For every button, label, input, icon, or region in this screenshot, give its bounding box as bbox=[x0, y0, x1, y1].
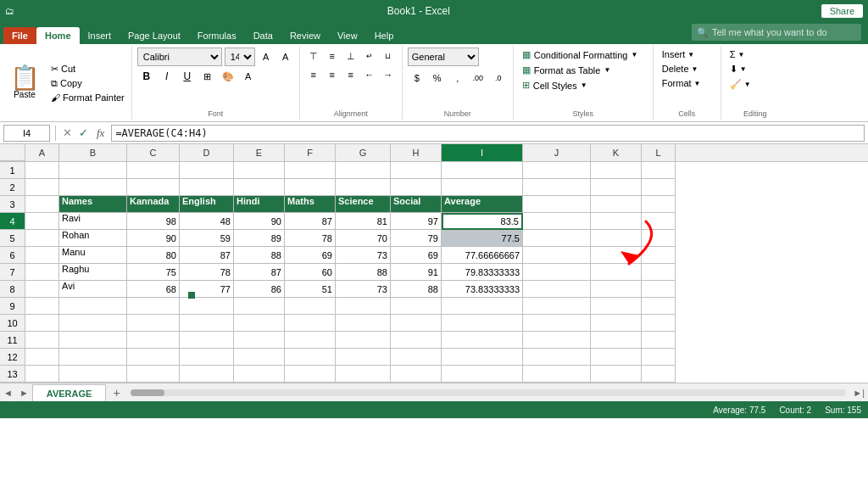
underline-button[interactable]: U bbox=[178, 68, 197, 85]
cell-h2[interactable] bbox=[391, 179, 442, 196]
cell-e4[interactable]: 90 bbox=[234, 213, 285, 230]
cell-e2[interactable] bbox=[234, 179, 285, 196]
cell-k7[interactable] bbox=[591, 264, 642, 281]
cell-h7[interactable]: 91 bbox=[391, 264, 442, 281]
autosum-button[interactable]: Σ ▼ bbox=[726, 48, 784, 61]
percent-button[interactable]: % bbox=[428, 70, 447, 87]
conditional-formatting-button[interactable]: ▦ Conditional Formatting ▼ bbox=[519, 48, 648, 62]
indent-increase-button[interactable]: → bbox=[380, 66, 397, 83]
cell-a3[interactable] bbox=[25, 196, 59, 213]
decrease-font-button[interactable]: A bbox=[277, 48, 294, 65]
cell-k5[interactable] bbox=[591, 230, 642, 247]
cell-j5[interactable] bbox=[523, 230, 591, 247]
tab-home[interactable]: Home bbox=[36, 27, 80, 44]
row-num-4[interactable]: 4 bbox=[0, 213, 25, 230]
row-num-12[interactable]: 12 bbox=[0, 349, 25, 366]
prev-sheet-button[interactable]: ◄ bbox=[0, 388, 16, 398]
fill-color-button[interactable]: 🎨 bbox=[219, 68, 237, 85]
row-num-1[interactable]: 1 bbox=[0, 162, 25, 179]
tab-file[interactable]: File bbox=[3, 27, 36, 44]
cell-g2[interactable] bbox=[336, 179, 391, 196]
cell-a6[interactable] bbox=[25, 247, 59, 264]
comma-button[interactable]: , bbox=[448, 70, 467, 87]
col-header-a[interactable]: A bbox=[25, 144, 59, 161]
cell-k8[interactable] bbox=[591, 281, 642, 298]
cell-g4[interactable]: 81 bbox=[336, 213, 391, 230]
cell-j7[interactable] bbox=[523, 264, 591, 281]
formula-input[interactable] bbox=[111, 125, 865, 142]
col-header-b[interactable]: B bbox=[59, 144, 127, 161]
cell-d1[interactable] bbox=[180, 162, 234, 179]
cell-l1[interactable] bbox=[642, 162, 676, 179]
cell-b1[interactable] bbox=[59, 162, 127, 179]
row-num-9[interactable]: 9 bbox=[0, 298, 25, 315]
number-format-select[interactable]: General bbox=[408, 48, 479, 66]
cell-d7[interactable]: 78 bbox=[180, 264, 234, 281]
insert-button[interactable]: Insert ▼ bbox=[659, 48, 715, 61]
cell-h5[interactable]: 79 bbox=[391, 230, 442, 247]
cell-b6[interactable]: Manu bbox=[59, 247, 127, 264]
cell-b3[interactable]: Names bbox=[59, 196, 127, 213]
cell-styles-button[interactable]: ⊞ Cell Styles ▼ bbox=[519, 78, 648, 92]
format-painter-button[interactable]: 🖌 Format Painter bbox=[47, 92, 128, 103]
decimal-decrease-button[interactable]: .0 bbox=[489, 70, 508, 87]
italic-button[interactable]: I bbox=[158, 68, 176, 85]
cell-j8[interactable] bbox=[523, 281, 591, 298]
cell-i7[interactable]: 79.83333333 bbox=[442, 264, 523, 281]
cell-i6[interactable]: 77.66666667 bbox=[442, 247, 523, 264]
cell-h8[interactable]: 88 bbox=[391, 281, 442, 298]
align-bottom-button[interactable]: ⊥ bbox=[342, 48, 359, 64]
cell-j4[interactable] bbox=[523, 213, 591, 230]
format-as-table-button[interactable]: ▦ Format as Table ▼ bbox=[519, 63, 648, 77]
cell-h1[interactable] bbox=[391, 162, 442, 179]
cell-i2[interactable] bbox=[442, 179, 523, 196]
cell-i5[interactable]: 77.5 bbox=[442, 230, 523, 247]
cell-k3[interactable] bbox=[591, 196, 642, 213]
cell-g6[interactable]: 73 bbox=[336, 247, 391, 264]
cell-g3[interactable]: Science bbox=[336, 196, 391, 213]
cell-i4[interactable]: 83.5 bbox=[442, 213, 523, 230]
col-header-l[interactable]: L bbox=[642, 144, 676, 161]
col-header-k[interactable]: K bbox=[591, 144, 642, 161]
next-sheet-button[interactable]: ► bbox=[16, 388, 32, 398]
currency-button[interactable]: $ bbox=[408, 70, 426, 87]
align-top-button[interactable]: ⊤ bbox=[305, 48, 322, 64]
name-box[interactable] bbox=[3, 125, 50, 142]
row-num-8[interactable]: 8 bbox=[0, 281, 25, 298]
cell-a7[interactable] bbox=[25, 264, 59, 281]
cell-d6[interactable]: 87 bbox=[180, 247, 234, 264]
row-num-2[interactable]: 2 bbox=[0, 179, 25, 196]
increase-font-button[interactable]: A bbox=[258, 48, 275, 65]
delete-button[interactable]: Delete ▼ bbox=[659, 62, 715, 76]
autofill-handle[interactable] bbox=[188, 292, 195, 299]
cell-c3[interactable]: Kannada bbox=[127, 196, 180, 213]
font-family-select[interactable]: Calibri bbox=[137, 48, 222, 66]
col-header-d[interactable]: D bbox=[180, 144, 234, 161]
cell-g5[interactable]: 70 bbox=[336, 230, 391, 247]
row-num-13[interactable]: 13 bbox=[0, 366, 25, 383]
font-size-select[interactable]: 14 bbox=[225, 48, 255, 66]
decimal-increase-button[interactable]: .00 bbox=[469, 70, 487, 87]
cell-c6[interactable]: 80 bbox=[127, 247, 180, 264]
cell-g8[interactable]: 73 bbox=[336, 281, 391, 298]
cell-d4[interactable]: 48 bbox=[180, 213, 234, 230]
cell-c7[interactable]: 75 bbox=[127, 264, 180, 281]
cell-b2[interactable] bbox=[59, 179, 127, 196]
cell-j1[interactable] bbox=[523, 162, 591, 179]
cell-a2[interactable] bbox=[25, 179, 59, 196]
tab-formulas[interactable]: Formulas bbox=[189, 27, 245, 44]
cell-i3[interactable]: Average bbox=[442, 196, 523, 213]
merge-button[interactable]: ⊔ bbox=[380, 48, 397, 64]
cell-l7[interactable] bbox=[642, 264, 676, 281]
cell-e7[interactable]: 87 bbox=[234, 264, 285, 281]
cancel-formula-icon[interactable]: ✕ bbox=[61, 126, 74, 139]
tab-review[interactable]: Review bbox=[281, 27, 329, 44]
insert-function-icon[interactable]: fx bbox=[93, 126, 108, 140]
add-sheet-button[interactable]: + bbox=[106, 386, 126, 400]
cell-b5[interactable]: Rohan bbox=[59, 230, 127, 247]
row-num-7[interactable]: 7 bbox=[0, 264, 25, 281]
cell-e6[interactable]: 88 bbox=[234, 247, 285, 264]
cell-i8[interactable]: 73.83333333 bbox=[442, 281, 523, 298]
cell-h3[interactable]: Social bbox=[391, 196, 442, 213]
cell-l8[interactable] bbox=[642, 281, 676, 298]
